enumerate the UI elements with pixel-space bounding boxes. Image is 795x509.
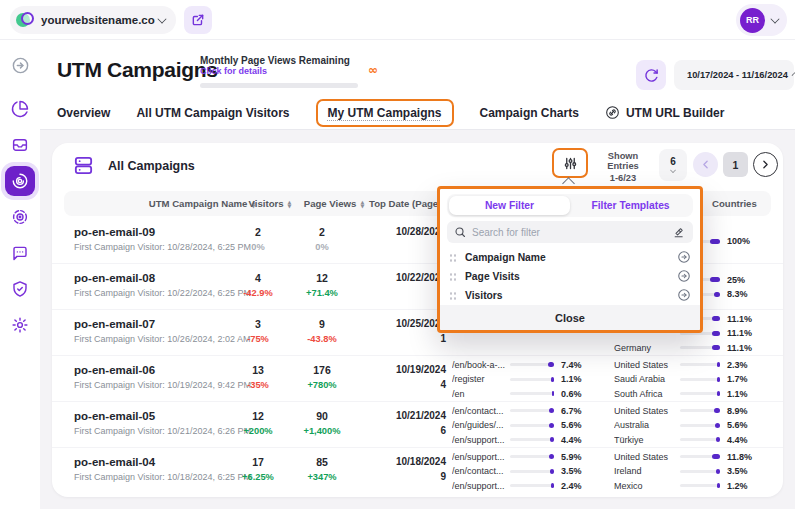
drag-handle-icon[interactable] xyxy=(449,271,456,282)
filter-item-label: Campaign Name xyxy=(465,252,677,263)
filter-search-input[interactable] xyxy=(472,227,667,238)
country-entry-percent: 5.6% xyxy=(727,420,748,430)
page-entry-percent: 6.7% xyxy=(561,406,582,416)
filter-item-campaign-name[interactable]: Campaign Name xyxy=(449,248,691,266)
countries-cell: United States8.9%Australia5.6%Türkiye4.4… xyxy=(614,402,774,448)
country-entry-percent: 1.2% xyxy=(727,481,748,491)
filter-tab-new-filter[interactable]: New Filter xyxy=(449,196,570,215)
date-range-picker[interactable]: 10/17/2024 - 11/16/2024 xyxy=(674,60,794,90)
open-website-button[interactable] xyxy=(184,6,212,34)
page-views-cell: 90+1,400% xyxy=(292,410,352,436)
tab-my-utm-campaigns[interactable]: My UTM Campaigns xyxy=(316,99,454,127)
country-entry-bar xyxy=(680,409,720,412)
quota-details-link[interactable]: Click for details xyxy=(200,66,362,76)
country-entry: Mexico1.2% xyxy=(614,480,774,491)
country-entry-percent: 11.1% xyxy=(727,343,752,353)
tab-label: My UTM Campaigns xyxy=(328,106,442,120)
top-date: 10/19/2024 xyxy=(362,364,446,375)
section-tabs: OverviewAll UTM Campaign VisitorsMy UTM … xyxy=(40,96,795,130)
country-entry-percent: 4.4% xyxy=(727,435,748,445)
page-entry: /en/support...5.9% xyxy=(452,451,608,462)
top-date-views: 6 xyxy=(362,425,446,436)
country-entry-bar xyxy=(680,470,720,473)
filter-item-page-visits[interactable]: Page Visits xyxy=(449,267,691,285)
page-entry: /register1.1% xyxy=(452,374,608,385)
arrow-right-circle-icon[interactable] xyxy=(677,269,691,283)
shown-entries: Shown Entries 1-6/23 xyxy=(592,151,654,183)
visitors-cell-value: 12 xyxy=(228,410,288,422)
campaign-table-icon xyxy=(72,154,95,177)
tab-label: Overview xyxy=(57,106,110,120)
page-entry: /en/guides/...5.6% xyxy=(452,420,608,431)
table-row[interactable]: po-en-email-05First Campaign Visitor: 10… xyxy=(52,402,783,448)
filter-close-button[interactable]: Close xyxy=(440,305,700,330)
page-entry: /en/support...4.4% xyxy=(452,434,608,445)
arrow-right-circle-icon[interactable] xyxy=(677,288,691,302)
page-views-cell-change: +71.4% xyxy=(292,288,352,298)
previous-page-button[interactable] xyxy=(693,152,718,177)
visitors-cell-value: 4 xyxy=(228,272,288,284)
avatar: RR xyxy=(740,8,765,33)
tab-all-utm-campaign-visitors[interactable]: All UTM Campaign Visitors xyxy=(136,106,289,120)
country-entry-label: Australia xyxy=(614,420,680,430)
chat-icon xyxy=(11,244,29,262)
campaigns-icon xyxy=(11,172,29,190)
country-entry: United States11.8% xyxy=(614,451,774,462)
filter-tab-filter-templates[interactable]: Filter Templates xyxy=(570,196,691,215)
table-row[interactable]: po-en-email-06First Campaign Visitor: 10… xyxy=(52,356,783,402)
tab-campaign-charts[interactable]: Campaign Charts xyxy=(480,106,579,120)
website-selector[interactable]: yourwebsitename.co xyxy=(10,6,176,34)
visitors-cell-value: 2 xyxy=(228,226,288,238)
country-entry-percent: 8.3% xyxy=(727,289,748,299)
sidebar-item-settings[interactable] xyxy=(5,310,35,340)
country-entry-label: South Africa xyxy=(614,389,680,399)
filter-button[interactable] xyxy=(552,148,588,178)
tab-label: Campaign Charts xyxy=(480,106,579,120)
country-entry-percent: 25% xyxy=(727,275,745,285)
sidebar-item-campaigns[interactable] xyxy=(5,166,35,196)
sidebar-item-feedback[interactable] xyxy=(5,238,35,268)
country-entry-label: Germany xyxy=(614,343,680,353)
top-date-cell: 10/28/20242 xyxy=(362,226,446,252)
sidebar-item-privacy[interactable] xyxy=(5,274,35,304)
sidebar-item-goals[interactable] xyxy=(5,202,35,232)
quota-widget: Monthly Page Views Remaining Click for d… xyxy=(200,55,362,88)
table-row[interactable]: po-en-email-04First Campaign Visitor: 10… xyxy=(52,448,783,494)
tab-utm-url-builder[interactable]: UTM URL Builder xyxy=(605,105,724,120)
quota-label: Monthly Page Views Remaining xyxy=(200,55,362,66)
page-number[interactable]: 1 xyxy=(723,152,748,177)
page-views-cell-change: +780% xyxy=(292,380,352,390)
tab-overview[interactable]: Overview xyxy=(57,106,110,120)
page-entry-label: /en/support... xyxy=(452,481,510,491)
collapse-sidebar-button[interactable] xyxy=(5,50,35,80)
country-entry: United States8.9% xyxy=(614,405,774,416)
page-entry-percent: 1.1% xyxy=(561,374,582,384)
filter-item-visitors[interactable]: Visitors xyxy=(449,286,691,304)
top-date-views: 2 xyxy=(362,241,446,252)
site-logo xyxy=(16,11,34,29)
top-date-views: 1 xyxy=(362,333,446,344)
sidebar-item-inbox[interactable] xyxy=(5,130,35,160)
user-menu[interactable]: RR xyxy=(736,4,787,36)
page-entry-bar xyxy=(510,363,554,366)
arrow-right-circle-icon[interactable] xyxy=(677,250,691,264)
page-entry: /en/book-a-...7.4% xyxy=(452,359,608,370)
clear-search-icon[interactable] xyxy=(673,226,686,239)
page-views-cell: 12+71.4% xyxy=(292,272,352,298)
page-entry-percent: 0.6% xyxy=(561,389,582,399)
page-entry-label: /register xyxy=(452,374,510,384)
topbar: yourwebsitename.co RR xyxy=(0,0,795,40)
page-entry: /en/support...2.4% xyxy=(452,480,608,491)
page-size-select[interactable]: 6 xyxy=(659,149,687,181)
page-views-cell: 20% xyxy=(292,226,352,252)
drag-handle-icon[interactable] xyxy=(449,290,456,301)
sidebar-item-dashboard[interactable] xyxy=(5,94,35,124)
top-date-cell: 10/25/20241 xyxy=(362,318,446,344)
country-entry-bar xyxy=(680,424,720,427)
drag-handle-icon[interactable] xyxy=(449,252,456,263)
page-views-cell-change: +347% xyxy=(292,472,352,482)
next-page-button[interactable] xyxy=(753,152,778,177)
country-entry-percent: 3.5% xyxy=(727,466,748,476)
top-date-cell: 10/22/20242 xyxy=(362,272,446,298)
refresh-button[interactable] xyxy=(636,60,666,90)
